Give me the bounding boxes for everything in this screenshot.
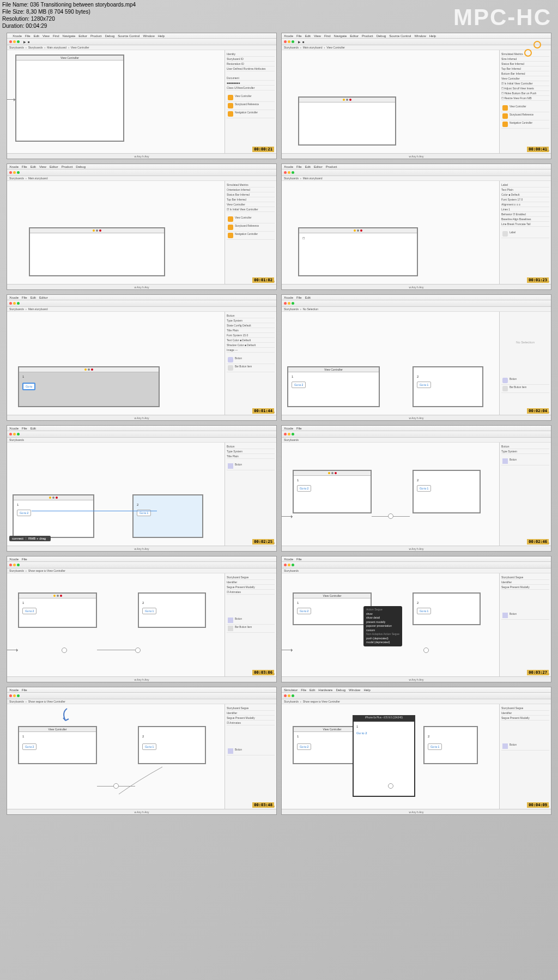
goto2-button[interactable]: Go to 2 [292, 382, 306, 388]
thumbnail-12: SimulatorFileEditHardwareDebugWindowHelp… [281, 687, 551, 815]
thumbnail-11: XcodeFile Storyboards›Show segue to View… [7, 687, 277, 815]
thumbnail-7: XcodeFileEdit Storyboards 1 Go to 2 2 Go… [7, 425, 277, 552]
thumbnail-3: XcodeFileEditViewEditorProductDebug Stor… [7, 164, 277, 290]
thumbnail-1: XcodeFileEditViewFindNavigateEditorProdu… [7, 33, 277, 159]
mac-menubar: XcodeFileEditViewFindNavigateEditorProdu… [7, 33, 276, 39]
segue-icon[interactable] [388, 513, 393, 519]
inspector-panel[interactable]: Identity Storyboard ID Restoration ID Us… [225, 50, 276, 153]
thumbnail-grid: XcodeFileEditViewFindNavigateEditorProdu… [7, 33, 551, 815]
goto-button-editing[interactable]: Go to [22, 383, 35, 390]
no-selection: No Selection [501, 313, 549, 344]
filesize-label: File Size: [2, 9, 25, 15]
mpc-watermark: MPC-HC [453, 4, 551, 31]
filename-label: File Name: [2, 2, 28, 8]
connect-hint: connectRMB + drag [9, 536, 51, 541]
breadcrumb: Storyboards›Storyboards›Main.storyboard›… [7, 45, 276, 50]
xcode-toolbar: ▶■ [7, 39, 276, 45]
highlight-ring [524, 49, 532, 57]
thumbnail-8: XcodeFile Storyboards 1 Go to 2 2 Go to … [281, 425, 551, 552]
vc-title: View Controller [16, 56, 123, 61]
simulator-window[interactable]: iPhone 6s Plus - iOS 9.0 (13A340) 1 Go t… [353, 715, 415, 797]
goto1-button[interactable]: Go to 1 [417, 382, 431, 388]
resolution-label: Resolution: [2, 16, 29, 22]
duration-label: Duration: [2, 23, 25, 29]
storyboard-canvas[interactable]: View Controller [7, 50, 225, 153]
thumbnail-6: XcodeFileEdit Storyboards›No Selection V… [281, 294, 551, 421]
timestamp: 00:00:21 [252, 147, 274, 152]
thumbnail-4: XcodeFileEditEditorProduct Storyboards›M… [281, 164, 551, 290]
thumbnail-5: XcodeFileEditEditor Storyboards›Main.sto… [7, 294, 277, 421]
segue-popup-menu[interactable]: Action Segue show show detail present mo… [363, 606, 402, 646]
resolution-value: 1280x720 [31, 16, 55, 22]
thumbnail-2: XcodeFileEditViewFindNavigateEditorProdu… [281, 33, 551, 159]
thumbnail-10: XcodeFile Storyboards View Controller 1 … [281, 556, 551, 682]
status-bar: w Any h Any [7, 153, 276, 159]
filesize-value: 8,30 MB (8 704 590 bytes) [26, 9, 90, 15]
duration-value: 00:04:29 [26, 23, 47, 29]
thumbnail-9: XcodeFile Storyboards›Show segue to View… [7, 556, 277, 682]
filename-value: 036 Transitioning between storyboards.mp… [30, 2, 136, 8]
